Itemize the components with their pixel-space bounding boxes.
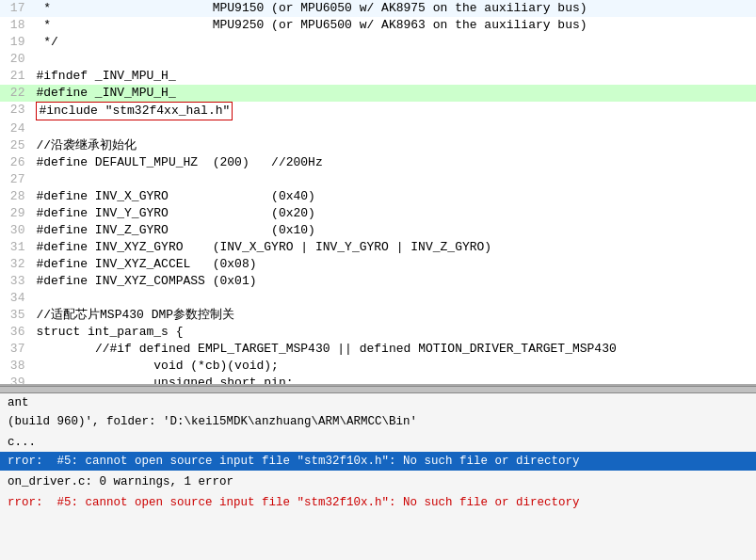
line-number: 23 [0, 102, 32, 120]
line-number: 27 [0, 171, 32, 188]
table-row: 20 [0, 51, 756, 68]
line-number: 28 [0, 188, 32, 205]
divider [0, 386, 756, 393]
line-content: #define INV_XYZ_COMPASS (0x01) [32, 273, 756, 290]
line-number: 39 [0, 375, 32, 386]
line-number: 22 [0, 85, 32, 102]
line-number: 29 [0, 205, 32, 222]
line-content: #define INV_XYZ_ACCEL (0x08) [32, 256, 756, 273]
line-number: 32 [0, 256, 32, 273]
line-content: #define INV_XYZ_GYRO (INV_X_GYRO | INV_Y… [32, 239, 756, 256]
table-row: 22#define _INV_MPU_H_ [0, 85, 756, 102]
table-row: 29#define INV_Y_GYRO (0x20) [0, 205, 756, 222]
line-content: #include "stm32f4xx_hal.h" [32, 102, 756, 120]
table-row: 38 void (*cb)(void); [0, 358, 756, 375]
table-row: 32#define INV_XYZ_ACCEL (0x08) [0, 256, 756, 273]
table-row: 24 [0, 120, 756, 137]
line-content: #define INV_X_GYRO (0x40) [32, 188, 756, 205]
table-row: 35//适配芯片MSP430 DMP参数控制关 [0, 307, 756, 324]
table-row: 21#ifndef _INV_MPU_H_ [0, 68, 756, 85]
line-number: 38 [0, 358, 32, 375]
output-line: rror: #5: cannot open source input file … [0, 493, 756, 512]
table-row: 27 [0, 171, 756, 188]
output-line: rror: #5: cannot open source input file … [0, 452, 756, 471]
line-content: //适配芯片MSP430 DMP参数控制关 [32, 307, 756, 324]
line-content: #define DEFAULT_MPU_HZ (200) //200Hz [32, 154, 756, 171]
line-number: 31 [0, 239, 32, 256]
table-row: 18 * MPU9250 (or MPU6500 w/ AK8963 on th… [0, 17, 756, 34]
line-number: 18 [0, 17, 32, 34]
table-row: 19 */ [0, 34, 756, 51]
line-content [32, 51, 756, 68]
line-number: 34 [0, 290, 32, 307]
line-number: 30 [0, 222, 32, 239]
line-number: 35 [0, 307, 32, 324]
line-number: 36 [0, 324, 32, 341]
output-line: on_driver.c: 0 warnings, 1 error [0, 472, 756, 491]
line-content: #define INV_Z_GYRO (0x10) [32, 222, 756, 239]
line-number: 33 [0, 273, 32, 290]
line-number: 25 [0, 137, 32, 154]
code-editor: 17 * MPU9150 (or MPU6050 w/ AK8975 on th… [0, 0, 756, 386]
line-content: #define INV_Y_GYRO (0x20) [32, 205, 756, 222]
line-number: 21 [0, 68, 32, 85]
line-content: struct int_param_s { [32, 324, 756, 341]
table-row: 34 [0, 290, 756, 307]
table-row: 33#define INV_XYZ_COMPASS (0x01) [0, 273, 756, 290]
table-row: 30#define INV_Z_GYRO (0x10) [0, 222, 756, 239]
line-content: * MPU9250 (or MPU6500 w/ AK8963 on the a… [32, 17, 756, 34]
line-content [32, 290, 756, 307]
table-row: 23#include "stm32f4xx_hal.h" [0, 102, 756, 120]
line-content: //#if defined EMPL_TARGET_MSP430 || defi… [32, 341, 756, 358]
line-number: 20 [0, 51, 32, 68]
line-number: 37 [0, 341, 32, 358]
table-row: 37 //#if defined EMPL_TARGET_MSP430 || d… [0, 341, 756, 358]
line-content: //沿袭继承初始化 [32, 137, 756, 154]
line-content: * MPU9150 (or MPU6050 w/ AK8975 on the a… [32, 0, 756, 17]
line-content [32, 171, 756, 188]
table-row: 36struct int_param_s { [0, 324, 756, 341]
table-row: 25//沿袭继承初始化 [0, 137, 756, 154]
line-content: void (*cb)(void); [32, 358, 756, 375]
output-line: (build 960)', folder: 'D:\keil5MDK\anzhu… [0, 412, 756, 431]
table-row: 31#define INV_XYZ_GYRO (INV_X_GYRO | INV… [0, 239, 756, 256]
highlighted-include: #include "stm32f4xx_hal.h" [36, 102, 233, 120]
output-line: c... [0, 433, 756, 452]
line-content: #define _INV_MPU_H_ [32, 85, 756, 102]
line-number: 24 [0, 120, 32, 137]
line-number: 26 [0, 154, 32, 171]
table-row: 17 * MPU9150 (or MPU6050 w/ AK8975 on th… [0, 0, 756, 17]
table-row: 28#define INV_X_GYRO (0x40) [0, 188, 756, 205]
line-content: unsigned short pin; [32, 375, 756, 386]
line-content: #ifndef _INV_MPU_H_ [32, 68, 756, 85]
line-content [32, 120, 756, 137]
table-row: 39 unsigned short pin; [0, 375, 756, 386]
table-row: 26#define DEFAULT_MPU_HZ (200) //200Hz [0, 154, 756, 171]
output-line: ant [0, 393, 756, 412]
output-panel: ant(build 960)', folder: 'D:\keil5MDK\an… [0, 393, 756, 560]
line-content: */ [32, 34, 756, 51]
line-number: 17 [0, 0, 32, 17]
line-number: 19 [0, 34, 32, 51]
